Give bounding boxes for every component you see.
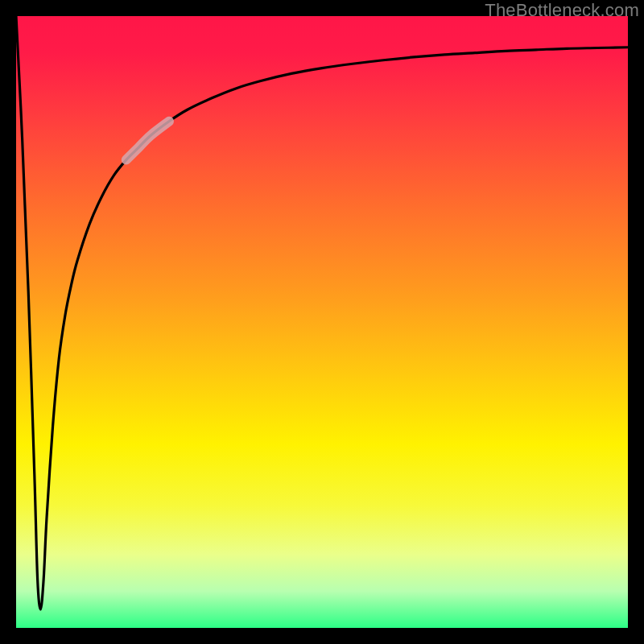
highlight-segment	[126, 122, 169, 160]
chart-frame: TheBottleneck.com	[0, 0, 644, 644]
bottleneck-curve	[16, 16, 628, 609]
plot-area	[16, 16, 628, 628]
curve-svg	[16, 16, 628, 628]
